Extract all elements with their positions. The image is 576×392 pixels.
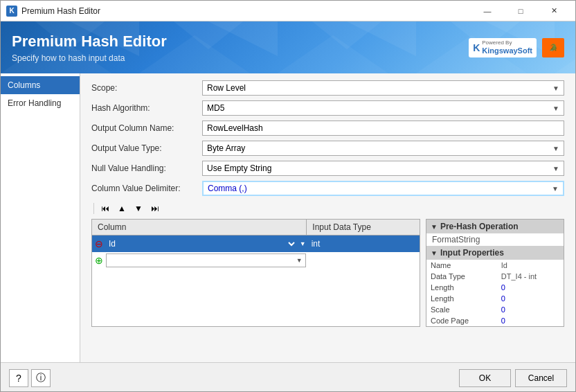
props-row-name: Name Id	[426, 260, 564, 271]
col-header-column: Column	[92, 220, 307, 235]
input-properties-table: Name Id Data Type DT_I4 - int Length 0	[426, 260, 564, 326]
titlebar-left: K Premium Hash Editor	[6, 6, 100, 17]
titlebar-title: Premium Hash Editor	[21, 6, 100, 16]
col-header: Column Input Data Type	[92, 220, 420, 235]
header-text: Premium Hash Editor Specify how to hash …	[12, 33, 167, 63]
scope-label: Scope:	[91, 83, 202, 93]
toolbar-last-button[interactable]: ⏭	[147, 201, 163, 216]
hash-algorithm-label: Hash Algorithm:	[91, 103, 202, 113]
close-button[interactable]: ✕	[538, 1, 570, 21]
props-row-length2: Length 0	[426, 293, 564, 304]
minimize-button[interactable]: —	[471, 1, 503, 21]
kingsway-logo: K Powered By KingswaySoft	[469, 38, 537, 57]
right-panel: Scope: Row Level ▼ Hash Algorithm: MD5 ▼…	[80, 73, 575, 362]
toolbar-first-button[interactable]: ⏮	[98, 201, 113, 216]
sidebar-item-error-handling[interactable]: Error Handling	[1, 94, 80, 112]
sidebar-item-columns[interactable]: Columns	[1, 76, 80, 94]
null-value-handling-label: Null Value Handling:	[91, 163, 202, 173]
output-column-name-label: Output Column Name:	[91, 123, 202, 133]
column-select[interactable]: Id	[106, 238, 297, 249]
scope-row: Scope: Row Level ▼	[91, 80, 564, 96]
footer-icon-button-1[interactable]: ?	[9, 369, 28, 387]
header-title: Premium Hash Editor	[12, 33, 167, 51]
toolbar-up-button[interactable]: ▲	[114, 201, 129, 216]
output-column-name-input[interactable]	[202, 121, 564, 136]
cancel-button[interactable]: Cancel	[515, 369, 567, 387]
output-column-name-row: Output Column Name:	[91, 121, 564, 136]
output-value-type-row: Output Value Type: Byte Array ▼	[91, 141, 564, 156]
new-column-select[interactable]: ▼	[106, 253, 306, 267]
columns-toolbar: ⏮ ▲ ▼ ⏭	[91, 201, 564, 216]
columns-section: ⏮ ▲ ▼ ⏭ Column Input Data Type	[91, 201, 564, 327]
column-value-delimiter-row: Column Value Delimiter: Comma (,) ▼	[91, 181, 564, 196]
titlebar: K Premium Hash Editor — □ ✕	[1, 1, 575, 21]
hash-algorithm-arrow-icon: ▼	[552, 105, 559, 112]
properties-panel: ▼ Pre-Hash Operation FormatString ▼ Inpu…	[426, 219, 564, 327]
input-properties-section-header: ▼ Input Properties	[426, 246, 564, 260]
col-header-input-type: Input Data Type	[307, 220, 420, 235]
toolbar-down-button[interactable]: ▼	[131, 201, 146, 216]
scope-arrow-icon: ▼	[552, 84, 559, 92]
column-value-delimiter-arrow-icon: ▼	[552, 185, 559, 193]
props-row-length1: Length 0	[426, 282, 564, 293]
new-col-arrow-icon: ▼	[296, 257, 303, 264]
pre-hash-value: FormatString	[426, 233, 564, 246]
table-row-new: ⊕ ▼	[92, 252, 420, 269]
app-icon: K	[6, 6, 17, 17]
column-value-delimiter-label: Column Value Delimiter:	[91, 184, 202, 193]
col-dropdown-arrow: ▼	[300, 240, 306, 247]
pre-hash-collapse-icon[interactable]: ▼	[431, 223, 438, 231]
main-content: Columns Error Handling Scope: Row Level …	[1, 73, 575, 362]
hash-algorithm-row: Hash Algorithm: MD5 ▼	[91, 100, 564, 116]
props-row-scale: Scale 0	[426, 304, 564, 315]
null-value-handling-row: Null Value Handling: Use Empty String ▼	[91, 161, 564, 176]
output-value-type-select[interactable]: Byte Array ▼	[202, 141, 564, 156]
titlebar-controls: — □ ✕	[471, 1, 570, 21]
null-value-handling-arrow-icon: ▼	[552, 165, 559, 172]
maximize-button[interactable]: □	[505, 1, 537, 21]
columns-area: Column Input Data Type ⊖ Id ▼	[91, 219, 564, 327]
sidebar: Columns Error Handling	[1, 73, 80, 362]
table-row[interactable]: ⊖ Id ▼ int	[92, 235, 420, 252]
header-subtitle: Specify how to hash input data	[12, 53, 167, 63]
hash-algorithm-select[interactable]: MD5 ▼	[202, 100, 564, 116]
footer-icon-button-2[interactable]: ⓘ	[31, 369, 51, 387]
null-value-handling-select[interactable]: Use Empty String ▼	[202, 161, 564, 176]
columns-table: Column Input Data Type ⊖ Id ▼	[91, 219, 420, 327]
flag-logo: 🐊	[542, 38, 564, 57]
scope-select[interactable]: Row Level ▼	[202, 80, 564, 96]
output-value-type-arrow-icon: ▼	[552, 145, 559, 152]
header-banner: Premium Hash Editor Specify how to hash …	[1, 21, 575, 73]
brand-name: KingswaySoft	[482, 46, 532, 55]
k-letter: K	[473, 42, 480, 53]
props-row-datatype: Data Type DT_I4 - int	[426, 271, 564, 282]
footer-left: ? ⓘ	[9, 369, 51, 387]
footer-right: OK Cancel	[459, 369, 567, 387]
props-row-codepage: Code Page 0	[426, 315, 564, 326]
column-value-delimiter-select[interactable]: Comma (,) ▼	[202, 181, 564, 196]
powered-by-text: Powered By	[482, 40, 532, 46]
pre-hash-section-header: ▼ Pre-Hash Operation	[426, 220, 564, 233]
ok-button[interactable]: OK	[459, 369, 511, 387]
input-props-collapse-icon[interactable]: ▼	[431, 249, 438, 257]
add-icon[interactable]: ⊕	[95, 255, 103, 266]
header-logo: K Powered By KingswaySoft 🐊	[469, 38, 564, 57]
toolbar-divider	[93, 203, 94, 214]
output-value-type-label: Output Value Type:	[91, 143, 202, 153]
remove-icon[interactable]: ⊖	[95, 238, 103, 249]
footer: ? ⓘ OK Cancel	[1, 362, 575, 392]
